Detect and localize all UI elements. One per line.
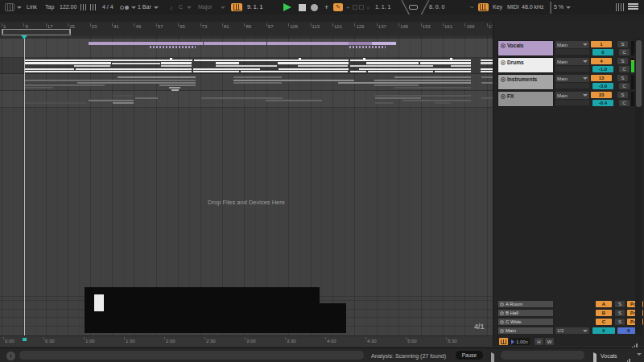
instrument-clip-segment[interactable] bbox=[77, 82, 196, 84]
drum-clip-segment[interactable] bbox=[216, 62, 239, 64]
drum-clip-segment[interactable] bbox=[481, 71, 493, 73]
drum-clip-segment[interactable] bbox=[481, 62, 493, 64]
vocal-clip-segment[interactable] bbox=[372, 42, 396, 45]
output-routing-select[interactable]: Main bbox=[555, 75, 589, 82]
pan-value[interactable]: 4 bbox=[591, 58, 612, 64]
solo-button[interactable]: S bbox=[615, 301, 625, 307]
options-grid-icon[interactable] bbox=[5, 3, 14, 11]
drum-clip-segment[interactable] bbox=[420, 62, 471, 64]
monitor-icon[interactable] bbox=[501, 77, 506, 82]
fx-clip-segment[interactable] bbox=[113, 102, 134, 104]
midi-map-label[interactable]: MIDI bbox=[507, 3, 519, 11]
drum-clip-segment[interactable] bbox=[25, 60, 192, 62]
status-secondary-field[interactable] bbox=[501, 351, 584, 360]
instrument-clip-segment[interactable] bbox=[118, 76, 196, 78]
solo-button[interactable]: S bbox=[617, 75, 628, 81]
solo-button[interactable]: S bbox=[615, 319, 625, 325]
zoom-amount-pill[interactable]: 1.00x bbox=[510, 338, 530, 345]
cpu-caret-icon[interactable] bbox=[566, 3, 571, 11]
arrangement-position-field[interactable]: 9. 1. 1 bbox=[247, 3, 262, 11]
drum-clip-segment[interactable] bbox=[350, 60, 471, 62]
computer-midi-keyboard-button[interactable] bbox=[478, 3, 489, 11]
track-header-fx[interactable]: FX Main 33 S -0.4 C bbox=[497, 91, 634, 107]
vocal-midi-notes[interactable] bbox=[349, 46, 386, 48]
instrument-clip-segment[interactable] bbox=[25, 80, 196, 82]
link-button[interactable]: Link bbox=[27, 3, 37, 11]
fx-clip-segment[interactable] bbox=[25, 102, 87, 104]
output-routing-select[interactable]: Main bbox=[555, 41, 589, 48]
playhead-marker[interactable] bbox=[21, 35, 27, 39]
arrangement-area[interactable]: Drop Files and Devices Here 4/1 bbox=[0, 35, 493, 335]
send-level[interactable]: B bbox=[596, 310, 612, 316]
monitor-icon[interactable] bbox=[501, 43, 506, 48]
time-signature-field[interactable]: 4 / 4 bbox=[102, 3, 114, 11]
menu-icon[interactable] bbox=[628, 3, 638, 11]
pan-value[interactable]: 1 bbox=[591, 41, 612, 47]
routing-sub-slot[interactable] bbox=[555, 100, 589, 105]
key-map-label[interactable]: Key bbox=[493, 3, 502, 11]
monitor-track-name[interactable]: Vocals bbox=[601, 352, 617, 360]
key-map-mode-button[interactable] bbox=[231, 3, 242, 11]
track-header-drums[interactable]: Drums Main 4 S -1.0 C bbox=[497, 57, 634, 73]
volume-value[interactable]: -3.0 bbox=[592, 83, 613, 89]
instrument-clip-segment[interactable] bbox=[233, 76, 282, 78]
cue-out-select[interactable]: 1/2 bbox=[555, 327, 589, 334]
play-button[interactable] bbox=[283, 3, 291, 11]
tap-tempo-button[interactable]: Tap bbox=[45, 3, 54, 11]
fx-clip-segment[interactable] bbox=[402, 100, 471, 101]
drum-clip-segment[interactable] bbox=[112, 63, 160, 65]
crossfade-button[interactable]: C bbox=[619, 66, 630, 72]
drum-clip-segment[interactable] bbox=[298, 65, 348, 67]
fx-clip-segment[interactable] bbox=[481, 97, 493, 99]
drum-clip-segment[interactable] bbox=[161, 62, 192, 64]
io-meter-icon[interactable] bbox=[616, 3, 624, 11]
instrument-clip-segment[interactable] bbox=[374, 84, 419, 86]
crossfade-button[interactable]: C bbox=[619, 83, 630, 89]
loop-length-field[interactable]: 8. 0. 0 bbox=[429, 3, 444, 11]
loop-start-field[interactable]: 1. 1. 1 bbox=[375, 3, 390, 11]
routing-sub-slot[interactable] bbox=[555, 83, 589, 88]
loop-brace[interactable] bbox=[2, 29, 71, 35]
fx-clip-segment[interactable] bbox=[375, 97, 421, 99]
return-track-a[interactable]: A Room A S Post bbox=[497, 300, 634, 308]
add-track-button[interactable]: + bbox=[324, 3, 328, 11]
fx-clip-segment[interactable] bbox=[435, 102, 451, 104]
volume-value[interactable]: 0 bbox=[592, 49, 613, 56]
automation-arm-button[interactable]: ✎ bbox=[333, 3, 343, 11]
output-routing-select[interactable]: Main bbox=[555, 58, 589, 65]
record-button[interactable] bbox=[311, 3, 318, 11]
send-level[interactable]: C bbox=[596, 319, 612, 325]
drum-clip-segment[interactable] bbox=[278, 62, 349, 64]
vocal-clip-segment[interactable] bbox=[89, 42, 203, 45]
fx-clip-segment[interactable] bbox=[135, 97, 158, 99]
drum-clip-marker[interactable] bbox=[299, 58, 301, 60]
white-clip-block[interactable] bbox=[94, 294, 104, 311]
crossfade-button[interactable]: C bbox=[619, 100, 630, 106]
instrument-clip-segment[interactable] bbox=[481, 82, 493, 84]
cpu-meter[interactable]: 5 % bbox=[554, 3, 564, 11]
send-level[interactable]: A bbox=[596, 301, 612, 307]
vocal-clip-segment[interactable] bbox=[204, 42, 266, 45]
volume-value[interactable]: -0.4 bbox=[592, 100, 613, 106]
instrument-clip-segment[interactable] bbox=[233, 80, 354, 82]
black-clip-block[interactable] bbox=[85, 287, 320, 333]
drum-clip-segment[interactable] bbox=[241, 71, 348, 73]
pan-value[interactable]: 13 bbox=[591, 75, 612, 81]
scrollbar-thumb[interactable] bbox=[636, 40, 642, 107]
solo-button[interactable]: S bbox=[617, 92, 628, 98]
fx-clip-segment[interactable] bbox=[201, 97, 283, 99]
status-input-field[interactable] bbox=[19, 351, 364, 360]
fx-clip-segment[interactable] bbox=[375, 102, 393, 104]
track-header-vocals[interactable]: Vocals Main 1 S 0 C bbox=[497, 40, 634, 56]
drum-clip-segment[interactable] bbox=[481, 60, 493, 62]
scale-caret-icon[interactable] bbox=[221, 3, 225, 11]
metronome-icon[interactable] bbox=[120, 3, 129, 11]
key-root-select[interactable]: C bbox=[179, 3, 183, 11]
loop-brace-icon[interactable] bbox=[409, 3, 418, 11]
drum-clip-segment[interactable] bbox=[435, 71, 471, 73]
routing-sub-slot[interactable] bbox=[555, 66, 589, 72]
monitor-icon[interactable] bbox=[501, 60, 506, 65]
pan-value[interactable]: 33 bbox=[591, 92, 612, 98]
volume-value[interactable]: -1.0 bbox=[592, 66, 613, 72]
drum-clip-segment[interactable] bbox=[350, 71, 366, 73]
